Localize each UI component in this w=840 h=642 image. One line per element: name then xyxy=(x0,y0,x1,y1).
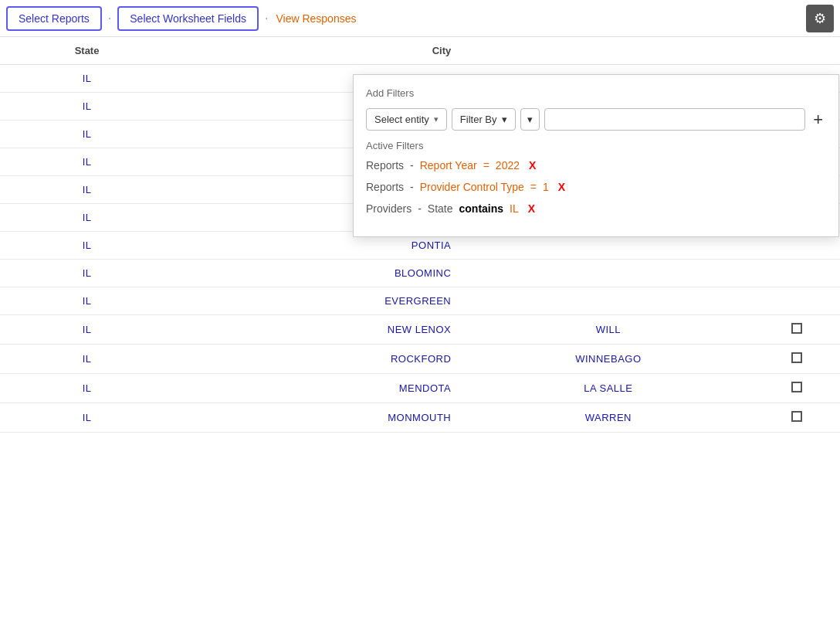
filter-input-row: Select entity ▾ Filter By ▾ ▾ + xyxy=(366,108,826,131)
select-entity-chevron-icon: ▾ xyxy=(434,114,439,124)
state-column-header: State xyxy=(0,37,174,65)
state-cell: IL xyxy=(0,232,174,260)
checkbox-cell xyxy=(753,345,840,374)
af2-entity: Reports xyxy=(366,181,404,193)
table-header-row: State City xyxy=(0,37,840,65)
select-entity-label: Select entity xyxy=(374,114,429,125)
state-cell: IL xyxy=(0,315,174,345)
county-cell: WINNEBAGO xyxy=(463,345,753,374)
af3-dash: - xyxy=(418,202,422,215)
row-checkbox[interactable] xyxy=(791,382,802,392)
checkbox-cell xyxy=(753,287,840,315)
af3-bold-keyword: contains xyxy=(459,202,504,215)
state-cell: IL xyxy=(0,148,174,176)
af1-dash: - xyxy=(410,159,414,172)
af1-remove-button[interactable]: X xyxy=(529,159,536,172)
county-cell xyxy=(463,287,753,315)
state-cell: IL xyxy=(0,374,174,403)
county-cell: LA SALLE xyxy=(463,374,753,403)
af3-remove-button[interactable]: X xyxy=(528,202,535,215)
table-row: ILNEW LENOXWILL xyxy=(0,315,840,345)
table-row: ILROCKFORDWINNEBAGO xyxy=(0,345,840,374)
city-cell: BLOOMINC xyxy=(174,260,463,287)
af3-entity: Providers xyxy=(366,202,412,215)
filter-value-input[interactable] xyxy=(544,108,806,131)
active-filters-label: Active Filters xyxy=(366,140,826,151)
state-cell: IL xyxy=(0,65,174,93)
af2-dash: - xyxy=(410,181,414,193)
nav-bar: Select Reports · Select Worksheet Fields… xyxy=(0,0,840,37)
gear-icon: ⚙ xyxy=(814,10,826,27)
checkbox-cell xyxy=(753,315,840,345)
table-area: State City ILALTONILGALESBUILPEORIILDANV… xyxy=(0,37,840,642)
af1-operator: = xyxy=(483,159,489,172)
nav-separator-1: · xyxy=(108,12,111,25)
check-column-header xyxy=(753,37,840,65)
active-filter-1: Reports - Report Year = 2022 X xyxy=(366,159,826,172)
state-cell: IL xyxy=(0,204,174,232)
af3-value: IL xyxy=(510,202,519,215)
add-filters-label: Add Filters xyxy=(366,87,826,99)
checkbox-cell xyxy=(753,403,840,433)
state-cell: IL xyxy=(0,403,174,433)
city-cell: NEW LENOX xyxy=(174,315,463,345)
table-row: ILMENDOTALA SALLE xyxy=(0,374,840,403)
state-cell: IL xyxy=(0,176,174,204)
state-cell: IL xyxy=(0,93,174,121)
city-cell: MONMOUTH xyxy=(174,403,463,433)
state-cell: IL xyxy=(0,287,174,315)
af3-field: State xyxy=(428,202,453,215)
af2-operator: = xyxy=(530,181,537,193)
checkbox-cell xyxy=(753,260,840,287)
state-cell: IL xyxy=(0,121,174,148)
city-cell: MENDOTA xyxy=(174,374,463,403)
filter-extra-chevron-icon: ▾ xyxy=(527,114,533,125)
af1-entity: Reports xyxy=(366,159,404,172)
county-column-header xyxy=(463,37,753,65)
settings-button[interactable]: ⚙ xyxy=(806,5,834,32)
add-filter-button[interactable]: + xyxy=(810,110,826,130)
af1-value: 2022 xyxy=(496,159,520,172)
row-checkbox[interactable] xyxy=(791,411,802,422)
state-cell: IL xyxy=(0,345,174,374)
select-reports-button[interactable]: Select Reports xyxy=(6,6,102,31)
af2-remove-button[interactable]: X xyxy=(558,181,565,193)
city-cell: ROCKFORD xyxy=(174,345,463,374)
view-responses-link[interactable]: View Responses xyxy=(274,8,357,29)
filter-extra-dropdown[interactable]: ▾ xyxy=(520,108,540,131)
row-checkbox[interactable] xyxy=(791,352,802,363)
checkbox-cell xyxy=(753,374,840,403)
county-cell xyxy=(463,260,753,287)
city-cell: EVERGREEN xyxy=(174,287,463,315)
state-cell: IL xyxy=(0,260,174,287)
filter-by-chevron-icon: ▾ xyxy=(502,114,507,125)
active-filter-3: Providers - State contains IL X xyxy=(366,202,826,215)
table-row: ILEVERGREEN xyxy=(0,287,840,315)
select-worksheet-fields-button[interactable]: Select Worksheet Fields xyxy=(117,6,259,31)
row-checkbox[interactable] xyxy=(791,323,802,334)
county-cell: WILL xyxy=(463,315,753,345)
filter-by-dropdown[interactable]: Filter By ▾ xyxy=(452,108,516,131)
select-entity-dropdown[interactable]: Select entity ▾ xyxy=(366,108,447,131)
filter-panel: Add Filters Select entity ▾ Filter By ▾ … xyxy=(353,74,839,237)
nav-separator-2: · xyxy=(265,12,268,25)
table-row: ILBLOOMINC xyxy=(0,260,840,287)
af2-value: 1 xyxy=(543,181,549,193)
city-column-header: City xyxy=(174,37,463,65)
af2-field: Provider Control Type xyxy=(420,181,524,193)
table-row: ILMONMOUTHWARREN xyxy=(0,403,840,433)
filter-by-label: Filter By xyxy=(460,114,497,125)
af1-field: Report Year xyxy=(420,159,477,172)
county-cell: WARREN xyxy=(463,403,753,433)
active-filter-2: Reports - Provider Control Type = 1 X xyxy=(366,181,826,193)
